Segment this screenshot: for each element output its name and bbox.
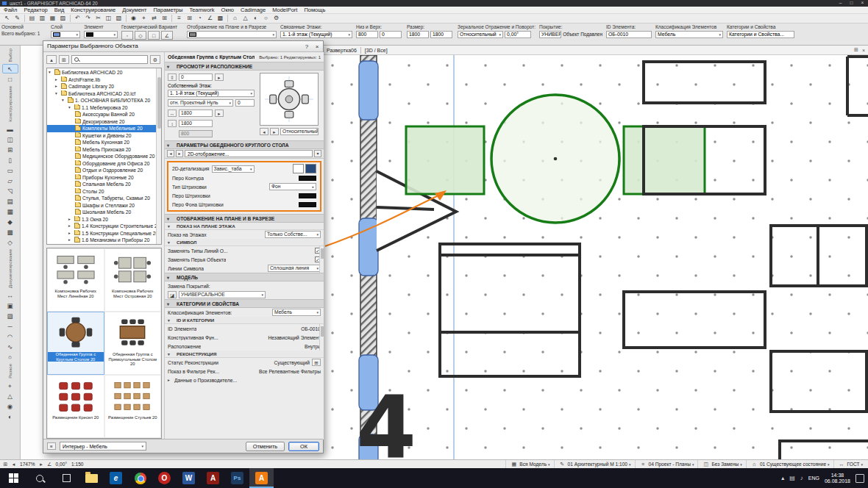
- find-select-icon[interactable]: [129, 15, 138, 23]
- symbol-lines-dropdown[interactable]: Сплошная линия▾: [268, 265, 321, 272]
- library-tree[interactable]: Библиотека ARCHICAD 20 ArchiFrame.lib Ca…: [46, 68, 162, 245]
- morph-tool-icon[interactable]: ◇: [2, 237, 18, 247]
- layer-dropdown[interactable]: Интерьер - Мебель▾: [60, 442, 146, 451]
- arc-tool-icon[interactable]: ◠: [2, 331, 18, 341]
- element-id-field[interactable]: ОБ-0010: [606, 31, 652, 38]
- language-indicator[interactable]: ENG: [808, 476, 819, 481]
- object-tool-icon[interactable]: ◆: [2, 217, 18, 226]
- rotation-value[interactable]: 0,00°: [54, 462, 69, 467]
- action-center-icon[interactable]: [855, 474, 864, 483]
- menu-view[interactable]: Вид: [54, 7, 65, 13]
- fit-in-window-icon[interactable]: [160, 15, 169, 23]
- camera-tool-icon[interactable]: ◐: [2, 412, 18, 421]
- folder-up-icon[interactable]: ▴: [46, 55, 57, 64]
- tree-item[interactable]: Библиотека ARCHICAD 20: [47, 69, 161, 76]
- new-icon[interactable]: [27, 15, 37, 23]
- library-part[interactable]: Размещение Кресел 20: [47, 375, 104, 438]
- archicad-button[interactable]: A: [249, 468, 274, 488]
- volume-icon[interactable]: ♪: [800, 475, 803, 481]
- surface-dropdown[interactable]: УНИВЕР...▾: [539, 31, 561, 38]
- pane-close-icon[interactable]: ×: [862, 48, 865, 53]
- geometry-diagonal-icon[interactable]: □: [148, 31, 160, 40]
- pane-split-icon[interactable]: ⊞: [854, 47, 858, 53]
- layer-dropdown[interactable]: ▾: [51, 31, 80, 38]
- acrobat-button[interactable]: A: [201, 468, 225, 488]
- structural-function-value[interactable]: Независящий Элемент: [268, 335, 321, 340]
- undo-icon[interactable]: [73, 15, 82, 23]
- task-view-button[interactable]: [53, 468, 79, 488]
- contour-pen-swatch[interactable]: [299, 176, 316, 181]
- menu-window[interactable]: Окно: [221, 7, 234, 13]
- preview-next-icon[interactable]: ▸: [270, 128, 279, 135]
- tree-item[interactable]: Шкафы и Стеллажи 20: [47, 202, 161, 209]
- layers-icon[interactable]: [174, 15, 184, 23]
- classification-dropdown[interactable]: Мебель▾: [272, 309, 321, 316]
- depth-field[interactable]: 1800: [179, 120, 213, 127]
- menu-document[interactable]: Документ: [122, 7, 146, 13]
- dialog-close-button[interactable]: ×: [313, 43, 321, 51]
- elevation-tool-icon[interactable]: △: [2, 391, 18, 401]
- zoom-minus-icon[interactable]: ◂: [10, 462, 18, 467]
- tree-scrollbar[interactable]: [156, 68, 161, 244]
- layer-combination-selector[interactable]: ≡04 Проект - Планы▾: [635, 460, 698, 468]
- tree-item[interactable]: 1.5 Конструкции Специальные 20: [47, 230, 161, 237]
- menu-cadimage[interactable]: Cadimage: [241, 7, 266, 13]
- parameter-tab[interactable]: 2D-отображение...: [185, 150, 313, 157]
- tree-item[interactable]: Школьная Мебель 20: [47, 209, 161, 216]
- tree-item[interactable]: Кушетки и Диваны 20: [47, 132, 161, 140]
- copy-icon[interactable]: [104, 15, 113, 23]
- gear-icon[interactable]: ⚙: [150, 55, 160, 64]
- bottom-value-field[interactable]: 800: [356, 31, 378, 38]
- pen-set-selector[interactable]: ✎01 Архитектурный М 1:100▾: [554, 460, 635, 468]
- tree-item[interactable]: Cadimage Library 20: [47, 83, 161, 90]
- tree-item[interactable]: Библиотека ARCHICAD 20.lcf: [47, 90, 161, 98]
- fill-pen-swatch[interactable]: [299, 193, 316, 198]
- arrow-tool-icon[interactable]: [2, 15, 12, 23]
- tree-item[interactable]: Оборудование для Офиса 20: [47, 160, 161, 168]
- fill-tool-icon[interactable]: ▨: [2, 311, 18, 320]
- door-tool-icon[interactable]: ◫: [2, 134, 18, 144]
- cancel-button[interactable]: Отменить: [246, 442, 285, 451]
- top-value-field[interactable]: 0: [380, 31, 402, 38]
- close-button[interactable]: ×: [857, 0, 868, 7]
- ok-button[interactable]: ОК: [288, 442, 319, 451]
- hotspot-tool-icon[interactable]: ○: [2, 352, 18, 362]
- mirror-mode-dropdown[interactable]: Относительный▾: [458, 31, 503, 38]
- detail-tool-icon[interactable]: ◉: [2, 401, 18, 411]
- taskbar-search-button[interactable]: [26, 468, 53, 488]
- renovation-status-value[interactable]: Существующий: [274, 360, 310, 365]
- scale-value[interactable]: 1:150: [69, 462, 86, 467]
- edge-button[interactable]: e: [104, 468, 128, 488]
- tree-item[interactable]: Декорирование 20: [47, 118, 161, 126]
- geometry-rotated-icon[interactable]: ◇: [135, 31, 146, 40]
- group-icon[interactable]: [216, 15, 225, 23]
- element-pen-dropdown[interactable]: ▾: [84, 31, 118, 38]
- classification-dropdown[interactable]: Мебель▾: [655, 31, 723, 38]
- categories-scrollbar[interactable]: [319, 324, 324, 351]
- wall-tool-icon[interactable]: ▬: [2, 124, 18, 134]
- library-part-selected[interactable]: Обеденная Группа с Круглым Столом 20: [47, 312, 104, 375]
- open-icon[interactable]: [38, 15, 47, 23]
- subsection-renovation[interactable]: РЕКОНСТРУКЦИЯ: [165, 351, 324, 358]
- section-model[interactable]: МОДЕЛЬ: [165, 273, 324, 281]
- library-part[interactable]: Компоновка Рабочих Мест Островная 20: [104, 248, 162, 312]
- opera-button[interactable]: O: [152, 468, 177, 488]
- options-icon[interactable]: [271, 15, 281, 23]
- renovation-filter-selector[interactable]: ⌂01 Существующее состояние▾: [746, 460, 833, 468]
- tree-item-selected[interactable]: Комплекты Мебельные 20: [47, 125, 161, 132]
- show-on-stories-dropdown[interactable]: Только Собстве...▾: [265, 231, 321, 238]
- tree-item[interactable]: Медицинское Оборудование 20: [47, 153, 161, 160]
- tab-next-icon[interactable]: ▸: [176, 150, 183, 157]
- plan-display-dropdown[interactable]: ▾: [187, 31, 277, 38]
- camera-icon[interactable]: [251, 15, 260, 23]
- view-mode-icon[interactable]: ⊞: [59, 55, 69, 64]
- size-b-field[interactable]: 1800: [430, 31, 452, 38]
- chain-icon[interactable]: ▸: [215, 110, 224, 117]
- elevation-field[interactable]: 0: [179, 73, 213, 81]
- beam-tool-icon[interactable]: ▭: [2, 165, 18, 175]
- tray-expand-icon[interactable]: ▴: [781, 475, 784, 481]
- preview-prev-icon[interactable]: ◂: [260, 128, 268, 135]
- datum-dropdown[interactable]: отн. Проектный Нуль▾: [168, 99, 233, 107]
- spline-tool-icon[interactable]: ∿: [2, 342, 18, 351]
- home-story-icon[interactable]: [230, 15, 240, 23]
